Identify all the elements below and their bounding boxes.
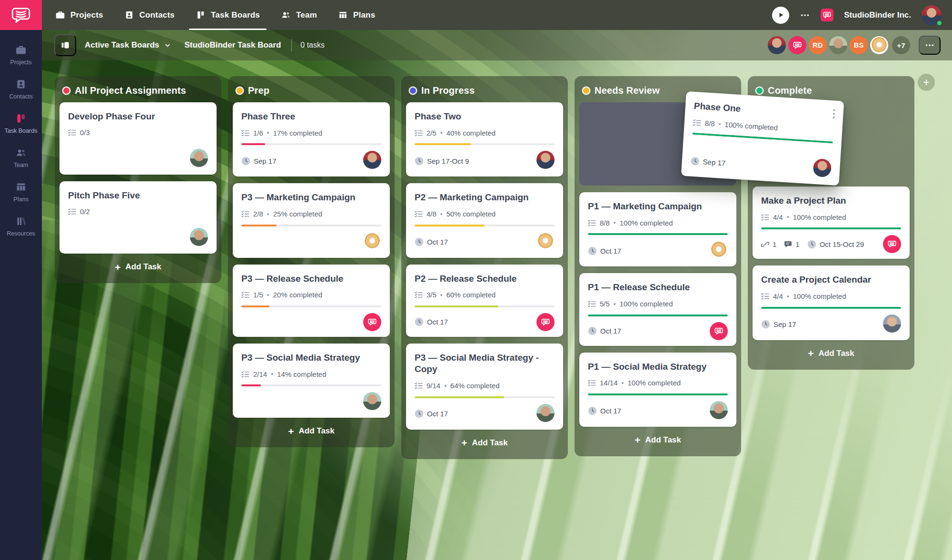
- logo-avatar[interactable]: [883, 235, 901, 253]
- task-card[interactable]: P2 — Release Schedule 3/5 60% completed …: [406, 265, 563, 337]
- photo-avatar[interactable]: [768, 36, 786, 54]
- checklist-count: 0/3: [80, 128, 90, 137]
- board-more-button[interactable]: [919, 36, 941, 55]
- add-task-button[interactable]: Add Task: [406, 432, 563, 454]
- board-filter-dropdown[interactable]: Active Task Boards: [85, 40, 171, 50]
- task-card[interactable]: P1 — Social Media Strategy 14/14 100% co…: [579, 353, 736, 427]
- task-meta: 2/5 40% completed: [415, 128, 555, 137]
- sidebar-item-task-boards[interactable]: Task Boards: [0, 113, 42, 134]
- contact-card-icon: [124, 10, 134, 20]
- add-task-button[interactable]: Add Task: [753, 342, 910, 365]
- sidebar-item-resources[interactable]: Resources: [0, 216, 42, 237]
- donut-avatar[interactable]: [536, 232, 555, 250]
- tab-contacts[interactable]: Contacts: [124, 0, 175, 30]
- checklist-icon: [68, 208, 76, 215]
- logo-avatar[interactable]: [363, 313, 381, 331]
- due-date-label: Oct 15-Oct 29: [820, 240, 864, 248]
- avatar-overflow-badge[interactable]: +7: [892, 36, 910, 54]
- card-footer-meta: 11Oct 15-Oct 29: [761, 240, 864, 249]
- percent-completed: 20% completed: [273, 291, 322, 299]
- add-task-label: Add Task: [126, 262, 161, 272]
- donut-avatar[interactable]: [870, 36, 888, 54]
- sidebar-item-projects[interactable]: Projects: [0, 44, 42, 66]
- photo-avatar[interactable]: [363, 392, 381, 410]
- tab-projects[interactable]: Projects: [55, 0, 103, 30]
- add-task-button[interactable]: Add Task: [233, 420, 390, 442]
- task-card[interactable]: P1 — Marketing Campaign 8/8 100% complet…: [579, 192, 736, 266]
- percent-completed: 50% completed: [446, 210, 496, 218]
- task-card[interactable]: P3 — Marketing Campaign 2/8 25% complete…: [233, 183, 390, 257]
- photo-avatar[interactable]: [190, 149, 208, 167]
- task-card[interactable]: P3 — Social Media Strategy - Copy 9/14 6…: [406, 344, 563, 430]
- column-title: Complete: [768, 85, 812, 96]
- plus-icon: [288, 426, 294, 436]
- task-card[interactable]: Pitch Phase Five 0/2: [60, 181, 217, 254]
- user-avatar[interactable]: [922, 5, 942, 25]
- sidebar-item-team[interactable]: Team: [0, 147, 42, 168]
- board-view-button[interactable]: [54, 34, 76, 56]
- photo-avatar[interactable]: [536, 404, 555, 422]
- card-footer-meta: Sep 17: [761, 320, 796, 329]
- task-card[interactable]: Phase One 8/8 100% completed Sep 17: [681, 91, 844, 186]
- add-task-label: Add Task: [819, 349, 854, 358]
- checklist-icon: [68, 129, 76, 136]
- nav-more-button[interactable]: [800, 10, 810, 20]
- tab-team[interactable]: Team: [281, 0, 317, 30]
- meta-separator: [622, 379, 624, 387]
- add-task-label: Add Task: [472, 438, 508, 448]
- donut-avatar[interactable]: [710, 241, 728, 259]
- photo-avatar[interactable]: [536, 151, 555, 169]
- column-header[interactable]: Prep: [233, 81, 390, 102]
- task-card[interactable]: Make a Project Plan 4/4 100% completed 1…: [753, 187, 910, 259]
- checklist-count: 2/8: [253, 210, 263, 218]
- task-card[interactable]: P3 — Release Schedule 1/5 20% completed: [233, 265, 390, 337]
- tab-task-boards[interactable]: Task Boards: [196, 0, 260, 30]
- photo-avatar[interactable]: [190, 228, 208, 246]
- sidebar-item-plans[interactable]: Plans: [0, 181, 42, 203]
- photo-avatar[interactable]: [363, 151, 381, 169]
- logo-avatar[interactable]: [710, 322, 728, 340]
- task-card[interactable]: Phase Two 2/5 40% completed Sep 17-Oct 9: [406, 102, 563, 177]
- card-footer-meta: Sep 17: [690, 156, 726, 167]
- logo-avatar[interactable]: [536, 313, 555, 331]
- column-header[interactable]: All Project Assignments: [60, 81, 217, 102]
- dragged-card-wrapper[interactable]: Phase One 8/8 100% completed Sep 17: [681, 91, 844, 186]
- play-button[interactable]: [772, 7, 789, 24]
- comments-count-chip: 1: [784, 240, 799, 248]
- app-window: All Project Assignments Develop Phase Fo…: [0, 0, 952, 560]
- tab-plans[interactable]: Plans: [338, 0, 375, 30]
- sidebar-item-contacts[interactable]: Contacts: [0, 79, 42, 100]
- task-card[interactable]: P1 — Release Schedule 5/5 100% completed…: [579, 273, 736, 345]
- column-cards: Develop Phase Four 0/3 Pitch Phase Five: [60, 102, 217, 254]
- photo-avatar[interactable]: [829, 36, 847, 54]
- task-card[interactable]: P2 — Marketing Campaign 4/8 50% complete…: [406, 183, 563, 257]
- photo-avatar[interactable]: [883, 314, 901, 333]
- meta-separator: [787, 292, 789, 301]
- add-task-button[interactable]: Add Task: [579, 429, 736, 452]
- studiobinder-logo[interactable]: [0, 0, 42, 30]
- team-icon: [281, 10, 291, 20]
- card-footer: Oct 17: [588, 235, 728, 261]
- due-date-label: Oct 17: [600, 407, 621, 415]
- initials-avatar[interactable]: RD: [809, 36, 827, 54]
- task-meta: 0/3: [68, 128, 208, 137]
- photo-avatar[interactable]: [813, 158, 832, 177]
- logo-avatar[interactable]: [788, 36, 806, 54]
- task-card[interactable]: P3 — Social Media Strategy 2/14 14% comp…: [233, 344, 390, 418]
- task-card[interactable]: Phase Three 1/6 17% completed Sep 17: [233, 102, 390, 177]
- add-task-button[interactable]: Add Task: [60, 255, 217, 278]
- add-column-button[interactable]: [918, 74, 935, 91]
- kebab-menu-icon[interactable]: [830, 107, 837, 122]
- progress-track: [692, 133, 833, 144]
- task-card[interactable]: Create a Project Calendar 4/4 100% compl…: [753, 265, 910, 340]
- checklist-count: 2/5: [426, 129, 436, 137]
- company-logo-chip[interactable]: [821, 9, 833, 21]
- photo-avatar[interactable]: [710, 401, 728, 419]
- donut-avatar[interactable]: [363, 232, 381, 250]
- task-card[interactable]: Develop Phase Four 0/3: [60, 102, 217, 175]
- plus-icon: [808, 348, 813, 358]
- initials-avatar[interactable]: BS: [850, 36, 868, 54]
- task-title: P1 — Marketing Campaign: [588, 201, 728, 212]
- column-header[interactable]: In Progress: [406, 81, 563, 102]
- percent-completed: 100% completed: [793, 292, 846, 300]
